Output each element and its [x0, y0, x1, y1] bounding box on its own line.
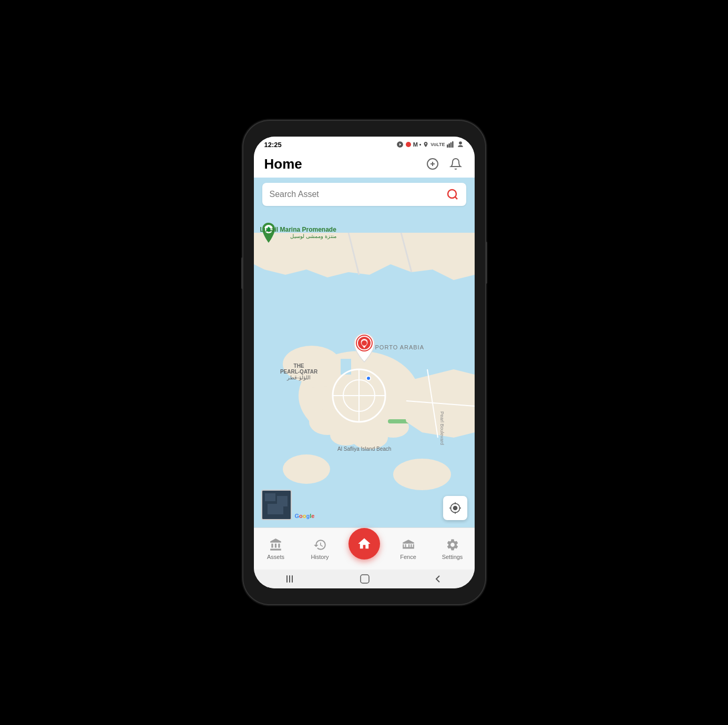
add-button[interactable]: [424, 156, 441, 172]
map-area[interactable]: Pearl Boulevard 🌲 Lusail Marina Promenad…: [254, 211, 475, 527]
svg-marker-11: [254, 233, 475, 280]
nav-fence[interactable]: Fence: [386, 538, 430, 560]
nav-history-label: History: [311, 554, 329, 560]
svg-point-0: [406, 142, 411, 147]
svg-point-8: [448, 190, 456, 198]
svg-point-32: [393, 459, 451, 490]
status-time: 12:25: [264, 141, 282, 149]
search-button[interactable]: [446, 188, 459, 201]
safliya-label: Al Safliya Island Beach: [337, 446, 391, 452]
svg-point-38: [362, 340, 367, 346]
home-fab-button[interactable]: [348, 528, 380, 560]
android-nav-bar: [254, 569, 475, 588]
map-thumbnail[interactable]: [261, 490, 292, 520]
status-icons: M • VoLTE: [396, 141, 464, 148]
page-title: Home: [264, 156, 302, 172]
svg-rect-40: [265, 493, 275, 501]
status-bar: 12:25 M • VoLTE: [254, 137, 475, 152]
svg-point-43: [453, 506, 457, 511]
google-watermark: Google: [295, 513, 315, 519]
nav-fence-label: Fence: [400, 554, 416, 560]
nav-settings[interactable]: Settings: [430, 538, 475, 560]
bottom-navigation: Assets History: [254, 527, 475, 569]
lusail-label: Lusail Marina Promenade منتزة وممشى لوسي…: [260, 226, 336, 239]
svg-rect-52: [361, 575, 369, 583]
android-menu-button[interactable]: [281, 571, 300, 587]
svg-rect-51: [292, 575, 293, 583]
svg-point-31: [283, 454, 330, 484]
android-back-button[interactable]: [430, 571, 447, 587]
svg-line-9: [455, 197, 457, 199]
header-action-icons: [424, 156, 464, 172]
nav-settings-label: Settings: [442, 554, 463, 560]
svg-rect-4: [452, 141, 454, 148]
user-location-dot: [366, 376, 371, 381]
porto-arabia-label: PORTO ARABIA: [375, 344, 425, 350]
notification-button[interactable]: [447, 156, 464, 172]
search-bar: [262, 183, 466, 206]
svg-rect-1: [447, 144, 448, 148]
nav-history[interactable]: History: [298, 538, 342, 560]
search-input[interactable]: [270, 190, 441, 199]
svg-text:Pearl Boulevard: Pearl Boulevard: [439, 411, 445, 445]
location-pin: [352, 333, 377, 363]
android-home-button[interactable]: [355, 569, 374, 588]
nav-home-center: [342, 533, 386, 565]
my-location-button[interactable]: [443, 496, 467, 520]
svg-rect-50: [289, 575, 290, 583]
svg-rect-2: [448, 143, 450, 148]
nav-assets[interactable]: Assets: [254, 538, 298, 560]
svg-rect-3: [450, 142, 452, 148]
pearl-qatar-label: THE PEARL-QATAR اللؤلؤ-قطر: [280, 363, 317, 380]
nav-assets-label: Assets: [267, 554, 284, 560]
svg-rect-42: [268, 504, 283, 514]
header: Home: [254, 152, 475, 178]
svg-rect-49: [286, 575, 288, 583]
search-container: [254, 178, 475, 211]
